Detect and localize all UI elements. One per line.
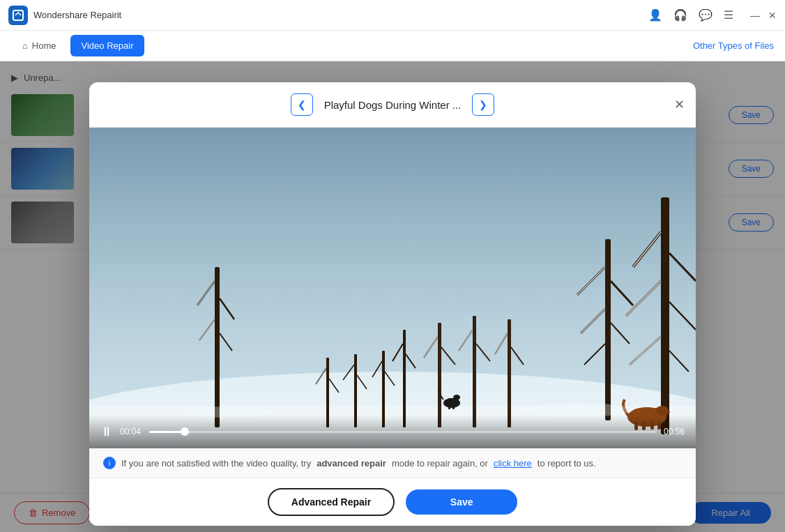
info-text-pre: If you are not satisfied with the video … [121,458,311,469]
progress-fill [149,431,185,433]
preview-modal: ❮ Playful Dogs During Winter ... ❯ ✕ [89,82,696,526]
svg-rect-14 [605,239,611,420]
progress-thumb [181,427,189,436]
main-content: ▶ Unrepa... Save Save Save [0,61,785,532]
duration-display: 00:56 [664,427,685,436]
video-repair-tab-label: Video Repair [82,40,134,51]
modal-prev-button[interactable]: ❮ [291,93,313,116]
save-button[interactable]: Save [406,489,517,515]
title-bar-logo: Wondershare Repairit [8,6,648,25]
svg-rect-58 [452,404,455,409]
nav-bar: ⌂ Home Video Repair Other Types of Files [0,31,785,61]
video-player[interactable]: ⏸ 00:04 00:56 [89,128,696,448]
svg-rect-22 [438,323,441,427]
modal-close-button[interactable]: ✕ [674,98,685,111]
svg-rect-37 [215,267,220,427]
pause-button[interactable]: ⏸ [100,425,113,439]
close-button[interactable]: ✕ [768,10,777,21]
chevron-left-icon: ❮ [298,99,306,110]
person-icon[interactable]: 👤 [648,8,662,22]
svg-point-56 [453,395,460,400]
info-text-mid: mode to repair again, or [392,458,488,469]
headset-icon[interactable]: 🎧 [673,8,687,22]
title-bar-controls: 👤 🎧 💬 ☰ — ✕ [648,8,777,22]
chat-icon[interactable]: 💬 [699,8,712,22]
modal-footer: Advanced Repair Save [89,478,696,526]
info-icon: i [103,457,116,469]
modal-overlay: ❮ Playful Dogs During Winter ... ❯ ✕ [0,61,785,532]
window-controls: — ✕ [750,10,777,21]
video-controls: ⏸ 00:04 00:56 [89,415,696,448]
chevron-right-icon: ❯ [479,99,487,110]
app-logo-icon [8,6,28,25]
video-scene [89,128,696,448]
modal-title: Playful Dogs During Winter ... [324,99,462,111]
winter-scene-svg [89,128,696,448]
advanced-repair-button[interactable]: Advanced Repair [268,488,395,516]
modal-header: ❮ Playful Dogs During Winter ... ❯ ✕ [89,82,696,128]
info-bar: i If you are not satisfied with the vide… [89,448,696,478]
other-types-link[interactable]: Other Types of Files [693,40,774,51]
info-text-post: to report to us. [538,458,596,469]
video-repair-tab[interactable]: Video Repair [70,35,145,56]
svg-rect-4 [661,197,669,434]
info-text-bold: advanced repair [317,458,386,469]
svg-point-66 [663,410,670,414]
svg-rect-26 [473,316,476,427]
current-time-display: 00:04 [120,427,142,436]
progress-bar[interactable] [149,431,657,433]
click-here-link[interactable]: click here [494,458,532,469]
minimize-button[interactable]: — [750,10,760,21]
home-tab[interactable]: ⌂ Home [11,35,68,56]
app-window: Wondershare Repairit 👤 🎧 💬 ☰ — ✕ ⌂ Home … [0,0,785,532]
menu-icon[interactable]: ☰ [724,8,733,22]
home-icon: ⌂ [22,40,28,51]
app-title: Wondershare Repairit [33,10,121,20]
svg-rect-30 [508,319,511,427]
svg-rect-57 [448,404,450,409]
home-tab-label: Home [32,40,56,51]
svg-rect-34 [403,330,406,427]
modal-next-button[interactable]: ❯ [472,93,494,116]
title-bar: Wondershare Repairit 👤 🎧 💬 ☰ — ✕ [0,0,785,31]
